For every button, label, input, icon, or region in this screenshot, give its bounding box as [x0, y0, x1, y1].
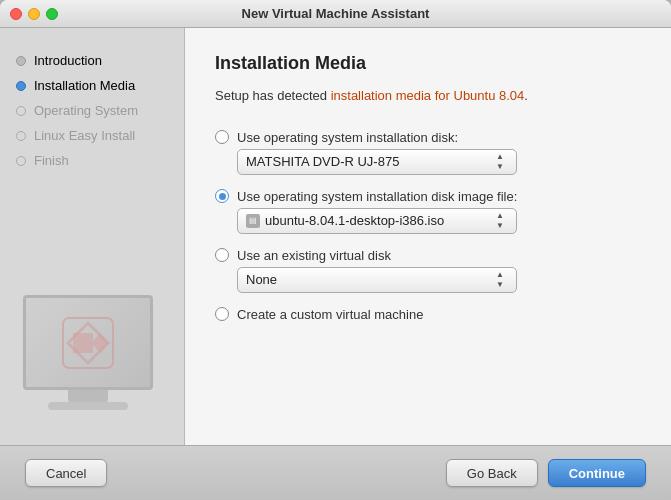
option-use-virtual-disk-row[interactable]: Use an existing virtual disk: [215, 248, 641, 263]
maximize-button[interactable]: [46, 8, 58, 20]
sidebar: Introduction Installation Media Operatin…: [0, 28, 185, 445]
monitor-stand: [68, 390, 108, 402]
description: Setup has detected installation media fo…: [215, 86, 641, 106]
option-use-disk-row[interactable]: Use operating system installation disk:: [215, 130, 641, 145]
dropdown-use-disk-value: MATSHITA DVD-R UJ-875: [246, 154, 399, 169]
stepper-use-image[interactable]: ▲ ▼: [492, 211, 508, 231]
stepper-up-icon[interactable]: ▲: [492, 211, 508, 221]
sidebar-label-finish: Finish: [34, 153, 69, 168]
file-icon: ▤: [246, 214, 260, 228]
stepper-up-icon[interactable]: ▲: [492, 270, 508, 280]
window-title: New Virtual Machine Assistant: [242, 6, 430, 21]
stepper-use-virtual-disk[interactable]: ▲ ▼: [492, 270, 508, 290]
option-use-disk: Use operating system installation disk: …: [215, 130, 641, 179]
sidebar-item-linux-easy-install: Linux Easy Install: [0, 123, 184, 148]
sidebar-item-operating-system: Operating System: [0, 98, 184, 123]
dropdown-use-disk[interactable]: MATSHITA DVD-R UJ-875 ▲ ▼: [237, 149, 517, 175]
dropdown-use-image-value: ubuntu-8.04.1-desktop-i386.iso: [265, 213, 444, 228]
main-panel: Installation Media Setup has detected in…: [185, 28, 671, 445]
label-use-disk: Use operating system installation disk:: [237, 130, 458, 145]
minimize-button[interactable]: [28, 8, 40, 20]
go-back-button[interactable]: Go Back: [446, 459, 538, 487]
option-use-virtual-disk: Use an existing virtual disk None ▲ ▼: [215, 248, 641, 297]
vmware-logo: [58, 313, 118, 373]
monitor-screen: [23, 295, 153, 390]
dropdown-image-content: ▤ ubuntu-8.04.1-desktop-i386.iso: [246, 213, 444, 228]
label-use-image: Use operating system installation disk i…: [237, 189, 517, 204]
sidebar-item-introduction[interactable]: Introduction: [0, 48, 184, 73]
footer: Cancel Go Back Continue: [0, 445, 671, 500]
dot-icon: [16, 56, 26, 66]
stepper-up-icon[interactable]: ▲: [492, 152, 508, 162]
description-highlight: installation media for Ubuntu 8.04: [331, 88, 525, 103]
stepper-down-icon[interactable]: ▼: [492, 162, 508, 172]
stepper-use-disk[interactable]: ▲ ▼: [492, 152, 508, 172]
sidebar-label-installation-media: Installation Media: [34, 78, 135, 93]
radio-use-virtual-disk[interactable]: [215, 248, 229, 262]
dot-icon: [16, 156, 26, 166]
label-custom: Create a custom virtual machine: [237, 307, 423, 322]
traffic-lights: [10, 8, 58, 20]
description-before: Setup has detected: [215, 88, 331, 103]
sidebar-label-introduction: Introduction: [34, 53, 102, 68]
radio-custom[interactable]: [215, 307, 229, 321]
titlebar: New Virtual Machine Assistant: [0, 0, 671, 28]
cancel-button[interactable]: Cancel: [25, 459, 107, 487]
dropdown-use-virtual-disk[interactable]: None ▲ ▼: [237, 267, 517, 293]
monitor-base: [48, 402, 128, 410]
dropdown-use-disk-row: MATSHITA DVD-R UJ-875 ▲ ▼: [237, 149, 641, 175]
description-after: .: [524, 88, 528, 103]
close-button[interactable]: [10, 8, 22, 20]
option-use-image: Use operating system installation disk i…: [215, 189, 641, 238]
stepper-down-icon[interactable]: ▼: [492, 221, 508, 231]
radio-use-image[interactable]: [215, 189, 229, 203]
dot-icon: [16, 131, 26, 141]
option-custom-row[interactable]: Create a custom virtual machine: [215, 307, 641, 322]
dot-icon: [16, 106, 26, 116]
continue-button[interactable]: Continue: [548, 459, 646, 487]
sidebar-item-installation-media[interactable]: Installation Media: [0, 73, 184, 98]
dot-icon: [16, 81, 26, 91]
window: New Virtual Machine Assistant Introducti…: [0, 0, 671, 500]
panel-title: Installation Media: [215, 53, 641, 74]
label-use-virtual-disk: Use an existing virtual disk: [237, 248, 391, 263]
sidebar-label-operating-system: Operating System: [34, 103, 138, 118]
stepper-down-icon[interactable]: ▼: [492, 280, 508, 290]
options-area: Use operating system installation disk: …: [215, 130, 641, 322]
radio-use-disk[interactable]: [215, 130, 229, 144]
footer-right: Go Back Continue: [446, 459, 646, 487]
dropdown-use-image[interactable]: ▤ ubuntu-8.04.1-desktop-i386.iso ▲ ▼: [237, 208, 517, 234]
dropdown-use-virtual-disk-value: None: [246, 272, 277, 287]
sidebar-item-finish: Finish: [0, 148, 184, 173]
content-area: Introduction Installation Media Operatin…: [0, 28, 671, 445]
monitor-illustration: [8, 295, 168, 435]
dropdown-use-image-row: ▤ ubuntu-8.04.1-desktop-i386.iso ▲ ▼: [237, 208, 641, 234]
dropdown-use-virtual-disk-row: None ▲ ▼: [237, 267, 641, 293]
sidebar-label-linux-easy-install: Linux Easy Install: [34, 128, 135, 143]
option-use-image-row[interactable]: Use operating system installation disk i…: [215, 189, 641, 204]
